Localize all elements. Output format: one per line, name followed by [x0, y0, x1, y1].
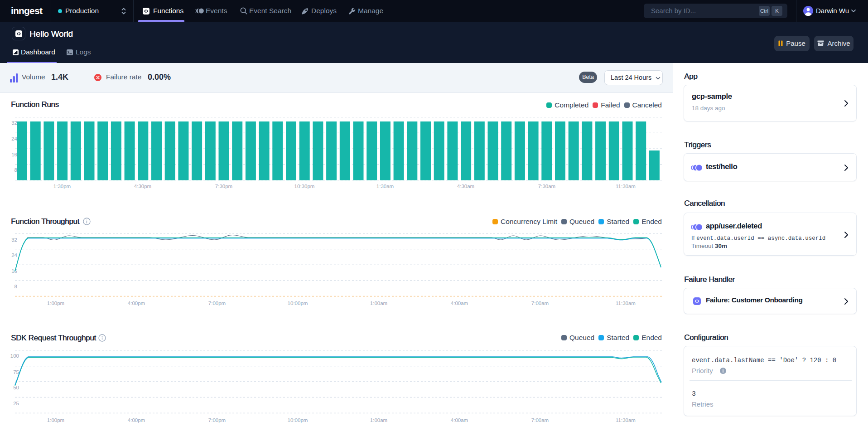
svg-text:24: 24	[11, 252, 17, 258]
svg-text:16: 16	[11, 268, 17, 274]
svg-text:11:30am: 11:30am	[616, 184, 636, 189]
svg-text:4:00pm: 4:00pm	[128, 417, 145, 423]
svg-text:7:00am: 7:00am	[531, 417, 549, 423]
svg-text:4:00am: 4:00am	[451, 417, 468, 423]
svg-text:1:30am: 1:30am	[376, 184, 394, 189]
svg-text:7:30pm: 7:30pm	[215, 184, 232, 189]
svg-text:4:00pm: 4:00pm	[128, 301, 145, 306]
svg-text:1:00pm: 1:00pm	[47, 301, 64, 306]
svg-text:24: 24	[11, 136, 17, 141]
svg-text:75: 75	[13, 369, 19, 375]
svg-text:10:00pm: 10:00pm	[288, 417, 308, 423]
svg-text:50: 50	[13, 385, 19, 390]
svg-text:10:30pm: 10:30pm	[294, 184, 315, 189]
svg-text:25: 25	[13, 401, 19, 406]
svg-text:1:30pm: 1:30pm	[53, 184, 71, 189]
svg-text:4:00am: 4:00am	[451, 301, 468, 306]
svg-text:100: 100	[10, 353, 19, 359]
svg-text:1:00am: 1:00am	[370, 301, 387, 306]
svg-text:1:00am: 1:00am	[370, 417, 387, 423]
svg-text:32: 32	[11, 237, 17, 243]
svg-text:11:30am: 11:30am	[616, 417, 636, 423]
svg-text:32: 32	[11, 120, 17, 126]
svg-text:10:00pm: 10:00pm	[288, 301, 308, 306]
svg-text:8: 8	[14, 284, 17, 289]
svg-text:1:00pm: 1:00pm	[47, 417, 64, 423]
svg-text:16: 16	[11, 152, 17, 157]
svg-text:4:30pm: 4:30pm	[134, 184, 151, 189]
svg-text:7:00pm: 7:00pm	[208, 301, 226, 306]
svg-text:11:30am: 11:30am	[616, 301, 636, 306]
svg-text:7:00pm: 7:00pm	[208, 417, 226, 423]
svg-text:7:00am: 7:00am	[531, 301, 549, 306]
svg-text:4:30am: 4:30am	[457, 184, 474, 189]
svg-text:7:30am: 7:30am	[538, 184, 555, 189]
